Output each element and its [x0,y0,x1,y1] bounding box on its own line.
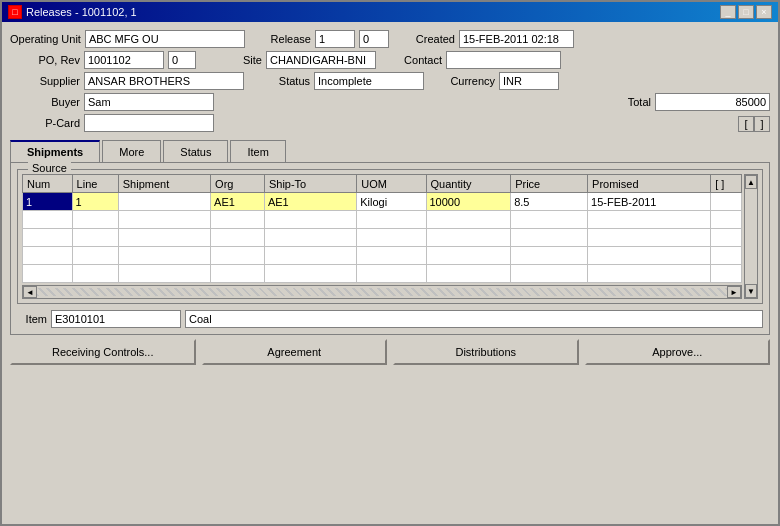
tab-more[interactable]: More [102,140,161,162]
cell-org[interactable] [211,265,265,283]
scroll-track-horizontal[interactable] [37,288,727,296]
site-input[interactable] [266,51,376,69]
cell-num[interactable] [23,247,73,265]
operating-unit-input[interactable] [85,30,245,48]
cell-org[interactable] [211,211,265,229]
cell-num[interactable] [23,211,73,229]
cell-promised[interactable]: 15-FEB-2011 [588,193,711,211]
cell-shipto[interactable] [264,247,356,265]
cell-num[interactable] [23,229,73,247]
cell-price[interactable] [511,211,588,229]
currency-group: Currency [440,72,559,90]
cell-price[interactable] [511,265,588,283]
content-area: Operating Unit Release Created PO, Rev [2,22,778,524]
maximize-button[interactable]: □ [738,5,754,19]
table-row[interactable] [23,265,742,283]
scroll-left-button[interactable]: ◄ [23,286,37,298]
cell-shipment[interactable] [118,247,210,265]
cell-org[interactable]: AE1 [211,193,265,211]
tab-shipments[interactable]: Shipments [10,140,100,162]
buyer-group: Buyer [10,93,214,111]
cell-shipment[interactable] [118,211,210,229]
status-input[interactable] [314,72,424,90]
cell-promised[interactable] [588,211,711,229]
cell-line[interactable] [72,211,118,229]
site-group: Site [212,51,376,69]
created-input[interactable] [459,30,574,48]
cell-extra[interactable] [711,193,742,211]
cell-shipto[interactable] [264,229,356,247]
po-rev-suffix-input[interactable] [168,51,196,69]
cell-quantity[interactable] [426,229,511,247]
cell-extra[interactable] [711,229,742,247]
cell-line[interactable] [72,247,118,265]
receiving-controls-button[interactable]: Receiving Controls... [10,339,196,365]
item-code-input[interactable] [51,310,181,328]
cell-quantity[interactable] [426,265,511,283]
approve-button[interactable]: Approve... [585,339,771,365]
cell-uom[interactable]: Kilogi [357,193,426,211]
cell-extra[interactable] [711,265,742,283]
form-row-5: P-Card [ ] [10,114,770,132]
cell-price[interactable] [511,229,588,247]
item-desc-input[interactable] [185,310,763,328]
cell-promised[interactable] [588,229,711,247]
total-input[interactable] [655,93,770,111]
distributions-button[interactable]: Distributions [393,339,579,365]
cell-price[interactable] [511,247,588,265]
cell-shipment[interactable] [118,229,210,247]
tab-panel-shipments: Source Num Line Shipment Org [10,162,770,335]
cell-shipment[interactable] [118,265,210,283]
cell-org[interactable] [211,247,265,265]
cell-num[interactable] [23,265,73,283]
form-row-4: Buyer Total [10,93,770,111]
tab-item[interactable]: Item [230,140,285,162]
cell-uom[interactable] [357,211,426,229]
release-input[interactable] [315,30,355,48]
cell-promised[interactable] [588,247,711,265]
scroll-right-button[interactable]: ► [727,286,741,298]
contact-input[interactable] [446,51,561,69]
bracket-area: [ ] [738,116,770,132]
cell-num[interactable]: 1 [23,193,73,211]
cell-shipment[interactable] [118,193,210,211]
cell-org[interactable] [211,229,265,247]
supplier-input[interactable] [84,72,244,90]
cell-price[interactable]: 8.5 [511,193,588,211]
tab-status[interactable]: Status [163,140,228,162]
cell-line[interactable]: 1 [72,193,118,211]
table-row[interactable] [23,229,742,247]
cell-quantity[interactable] [426,211,511,229]
cell-promised[interactable] [588,265,711,283]
scroll-up-button[interactable]: ▲ [745,175,757,189]
minimize-button[interactable]: _ [720,5,736,19]
bracket-left-button[interactable]: [ [738,116,754,132]
currency-label: Currency [440,75,495,87]
cell-extra[interactable] [711,247,742,265]
cell-uom[interactable] [357,247,426,265]
cell-uom[interactable] [357,229,426,247]
agreement-button[interactable]: Agreement [202,339,388,365]
cell-uom[interactable] [357,265,426,283]
cell-quantity[interactable] [426,247,511,265]
close-button[interactable]: × [756,5,772,19]
scroll-down-button[interactable]: ▼ [745,284,757,298]
cell-extra[interactable] [711,211,742,229]
horizontal-scrollbar[interactable]: ◄ ► [22,285,742,299]
buyer-input[interactable] [84,93,214,111]
release-suffix-input[interactable] [359,30,389,48]
cell-quantity[interactable]: 10000 [426,193,511,211]
bracket-right-button[interactable]: ] [754,116,770,132]
cell-line[interactable] [72,265,118,283]
po-rev-input[interactable] [84,51,164,69]
cell-shipto[interactable] [264,211,356,229]
cell-shipto[interactable]: AE1 [264,193,356,211]
table-row[interactable] [23,247,742,265]
col-header-org: Org [211,175,265,193]
cell-line[interactable] [72,229,118,247]
currency-input[interactable] [499,72,559,90]
table-row[interactable] [23,211,742,229]
pcard-input[interactable] [84,114,214,132]
cell-shipto[interactable] [264,265,356,283]
table-row[interactable]: 1 1 AE1 AE1 Kilogi 10000 8.5 15-FEB-201 [23,193,742,211]
